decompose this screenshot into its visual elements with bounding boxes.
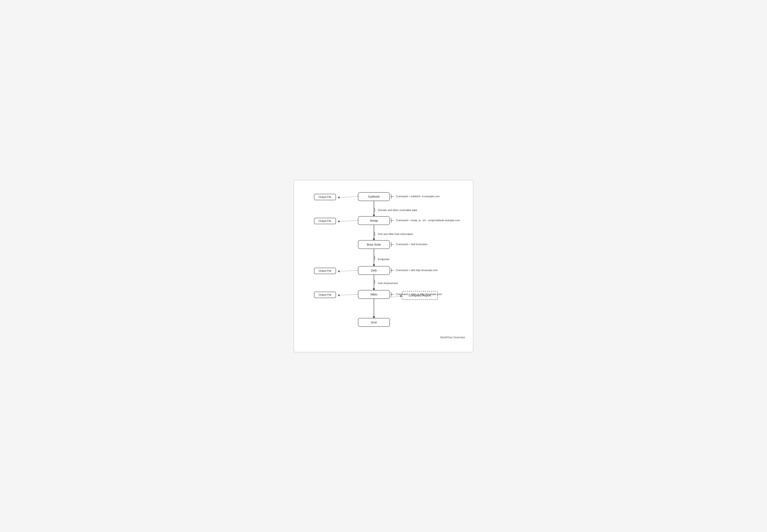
svg-text:}: } (374, 255, 375, 260)
output-box-2: Output File (314, 218, 336, 224)
output-box-3: Output File (314, 268, 336, 274)
dirb-box: Dirb (358, 266, 390, 275)
watermark-label: WorkFlow Overview (440, 336, 465, 339)
svg-marker-11 (337, 196, 339, 199)
svg-text:}: } (374, 207, 375, 212)
svg-line-16 (338, 294, 358, 295)
svg-text:}: } (391, 218, 392, 223)
annotation-cmd-burp: Command = Self Execution (396, 243, 428, 246)
svg-marker-17 (337, 294, 339, 296)
svg-line-12 (338, 221, 358, 221)
svg-text:}: } (391, 267, 392, 272)
svg-line-10 (338, 197, 358, 197)
annotation-cmd-dirb: Command = dirb http://example.com (396, 269, 438, 272)
diagram-container: } } } } } } } } } Sublist3r Nmap Burp Su… (293, 180, 474, 352)
annotation-data-sublist3r: Domain and other scannable data. (378, 209, 418, 212)
output-box-1: Output File (314, 194, 336, 200)
svg-text:}: } (391, 194, 392, 199)
nmap-box: Nmap (358, 216, 390, 225)
svg-text:}: } (374, 279, 375, 284)
svg-text:}: } (374, 231, 375, 236)
sublist3r-box: Sublist3r (358, 192, 390, 201)
annotation-cmd-nikto: Command = nikto -h http://example.com (396, 293, 442, 296)
svg-marker-13 (337, 220, 339, 223)
end-box: End (358, 318, 390, 327)
annotation-data-burp: Endpoints (378, 258, 390, 261)
annotation-data-nmap: Port and Web Vuln information (378, 233, 413, 236)
output-box-4: Output File (314, 292, 336, 298)
nikto-box: Nikto (358, 290, 390, 299)
svg-marker-15 (337, 270, 339, 272)
annotation-data-dirb: Vuln Assessment (378, 282, 398, 285)
svg-text:}: } (391, 291, 392, 296)
svg-text:}: } (391, 242, 392, 247)
flow-wrapper: } } } } } } } } } Sublist3r Nmap Burp Su… (298, 186, 469, 342)
annotation-cmd-sublist3r: Command = sublist3r -d example.com (396, 195, 440, 198)
annotation-cmd-nmap: Command = nmap -p- -sV --script=default … (396, 219, 460, 222)
svg-line-14 (338, 270, 358, 271)
burp-box: Burp Suite (358, 240, 390, 249)
